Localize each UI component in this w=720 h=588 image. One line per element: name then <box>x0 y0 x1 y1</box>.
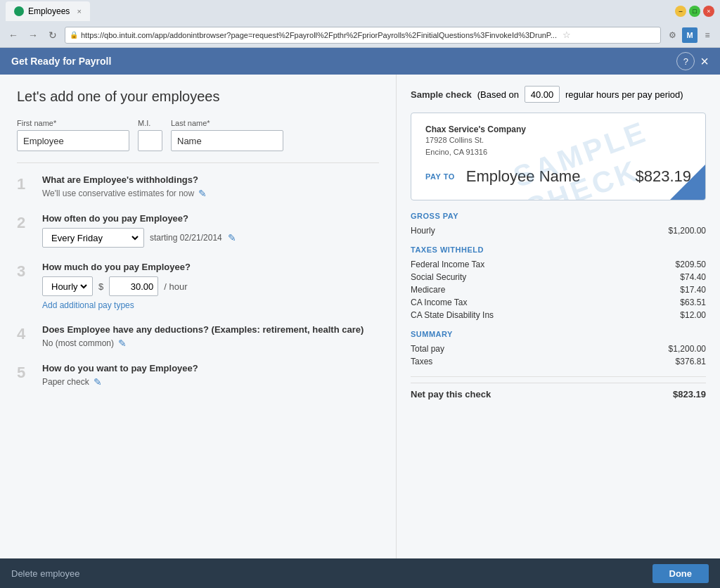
hamburger-button[interactable]: ≡ <box>700 28 714 42</box>
taxes-section: TAXES WITHHELD Federal Income Tax $209.5… <box>411 245 706 321</box>
right-panel: Sample check (Based on regular hours per… <box>397 75 720 558</box>
main-content: Let's add one of your employees First na… <box>0 75 720 558</box>
hours-input[interactable] <box>525 86 560 103</box>
tax-ca-disability-label: CA State Disability Ins <box>411 310 494 320</box>
step-3-number: 3 <box>17 262 31 282</box>
step-3-content: How much do you pay Employee? Hourly Sal… <box>42 262 379 310</box>
step-4-edit-icon[interactable]: ✎ <box>118 338 127 349</box>
bottom-bar: Delete employee Done <box>0 558 720 588</box>
tab-favicon <box>14 6 24 16</box>
check-address-line1: 17928 Collins St. <box>425 136 484 144</box>
summary-total-pay: Total pay $1,200.00 <box>411 343 706 355</box>
net-pay-row: Net pay this check $823.19 <box>411 383 706 401</box>
check-pay-row: PAY TO Employee Name $823.19 <box>425 167 691 186</box>
frequency-dropdown[interactable]: Every Friday Every other Friday Weekly S… <box>42 228 144 248</box>
net-pay-divider <box>411 376 706 377</box>
address-text: https://qbo.intuit.com/app/addonintbrows… <box>81 31 557 39</box>
step-1-subtitle: We'll use conservative estimates for now… <box>42 188 379 199</box>
step-1-desc: We'll use conservative estimates for now <box>42 188 194 198</box>
pay-amount: $823.19 <box>635 167 691 186</box>
pay-type-select[interactable]: Hourly Salary <box>49 281 89 293</box>
last-name-group: Last name* <box>171 119 283 151</box>
step-2: 2 How often do you pay Employee? Every F… <box>17 213 379 248</box>
refresh-button[interactable]: ↻ <box>45 27 60 43</box>
check-address: 17928 Collins St. Encino, CA 91316 <box>425 134 691 158</box>
name-divider <box>17 162 379 163</box>
mi-input[interactable] <box>138 130 162 151</box>
browser-tab[interactable]: Employees × <box>6 1 90 21</box>
first-name-input[interactable] <box>17 130 129 151</box>
gross-pay-row-label: Hourly <box>411 226 435 236</box>
pay-to-name: Employee Name <box>466 167 581 186</box>
window-close-button[interactable]: × <box>703 6 714 17</box>
summary-taxes: Taxes $376.81 <box>411 355 706 368</box>
step-4-title: Does Employee have any deductions? (Exam… <box>42 324 379 335</box>
step-1-edit-icon[interactable]: ✎ <box>198 188 207 199</box>
maximize-button[interactable]: □ <box>689 6 700 17</box>
add-pay-link[interactable]: Add additional pay types <box>42 300 379 310</box>
delete-employee-button[interactable]: Delete employee <box>11 568 80 579</box>
gross-pay-row-hourly: Hourly $1,200.00 <box>411 224 706 237</box>
pay-to-label: PAY TO <box>425 172 455 181</box>
step-4-content: Does Employee have any deductions? (Exam… <box>42 324 379 349</box>
minimize-button[interactable]: – <box>675 6 686 17</box>
app-header-title: Get Ready for Payroll <box>11 56 111 67</box>
window-controls: – □ × <box>675 6 714 17</box>
summary-total-pay-label: Total pay <box>411 344 444 354</box>
tax-ss-value: $74.40 <box>680 272 706 282</box>
browser-titlebar: Employees × – □ × <box>0 0 720 23</box>
summary-total-pay-value: $1,200.00 <box>669 344 706 354</box>
tax-row-federal: Federal Income Tax $209.50 <box>411 258 706 271</box>
pay-type-dropdown[interactable]: Hourly Salary <box>42 276 93 296</box>
step-3-title: How much do you pay Employee? <box>42 262 379 272</box>
check-address-line2: Encino, CA 91316 <box>425 148 487 156</box>
browser-navbar: ← → ↻ 🔒 https://qbo.intuit.com/app/addon… <box>0 23 720 48</box>
gross-pay-label: GROSS PAY <box>411 212 706 220</box>
step-5-edit-icon[interactable]: ✎ <box>94 376 102 388</box>
menu-button[interactable]: M <box>682 27 698 43</box>
step-5-text: Paper check <box>42 377 89 387</box>
step-3: 3 How much do you pay Employee? Hourly S… <box>17 262 379 310</box>
per-text: / hour <box>164 281 187 292</box>
step-5-value: Paper check ✎ <box>42 376 379 388</box>
net-pay-label: Net pay this check <box>411 389 491 400</box>
tax-row-ca-income: CA Income Tax $63.51 <box>411 296 706 309</box>
tab-close-icon[interactable]: × <box>77 7 81 15</box>
last-name-input[interactable] <box>171 130 283 151</box>
tax-row-ss: Social Security $74.40 <box>411 271 706 283</box>
tab-title: Employees <box>28 6 70 16</box>
step-2-control: Every Friday Every other Friday Weekly S… <box>42 228 379 248</box>
tax-ss-label: Social Security <box>411 272 466 282</box>
tax-row-medicare: Medicare $17.40 <box>411 283 706 296</box>
app-header: Get Ready for Payroll ? × <box>0 48 720 75</box>
summary-taxes-label: Taxes <box>411 357 432 366</box>
frequency-select[interactable]: Every Friday Every other Friday Weekly S… <box>49 232 141 244</box>
last-name-label: Last name* <box>171 119 283 127</box>
step-2-title: How often do you pay Employee? <box>42 213 379 224</box>
star-icon[interactable]: ☆ <box>562 30 571 40</box>
step-4: 4 Does Employee have any deductions? (Ex… <box>17 324 379 349</box>
rate-input[interactable] <box>109 276 158 296</box>
help-button[interactable]: ? <box>676 52 695 70</box>
summary-section: SUMMARY Total pay $1,200.00 Taxes $376.8… <box>411 330 706 368</box>
mi-label: M.I. <box>138 119 162 127</box>
first-name-group: First name* <box>17 119 129 151</box>
back-button[interactable]: ← <box>6 27 21 43</box>
based-on-text: (Based on <box>477 89 519 100</box>
step-2-edit-icon[interactable]: ✎ <box>228 232 236 243</box>
address-bar[interactable]: 🔒 https://qbo.intuit.com/app/addonintbro… <box>65 27 661 44</box>
tax-ca-income-label: CA Income Tax <box>411 298 467 307</box>
name-row: First name* M.I. Last name* <box>17 119 379 151</box>
done-button[interactable]: Done <box>652 564 709 583</box>
check-mockup: Chax Service's Company 17928 Collins St.… <box>411 113 706 200</box>
step-5-title: How do you want to pay Employee? <box>42 363 379 373</box>
step-1-title: What are Employee's withholdings? <box>42 174 379 185</box>
gross-pay-section: GROSS PAY Hourly $1,200.00 <box>411 212 706 237</box>
hours-desc: regular hours per pay period) <box>565 89 683 100</box>
app-close-button[interactable]: × <box>700 54 709 68</box>
extensions-button[interactable]: ⚙ <box>665 28 679 42</box>
step-5-number: 5 <box>17 363 31 383</box>
step-5: 5 How do you want to pay Employee? Paper… <box>17 363 379 388</box>
summary-taxes-value: $376.81 <box>676 357 706 366</box>
forward-button[interactable]: → <box>25 27 41 43</box>
